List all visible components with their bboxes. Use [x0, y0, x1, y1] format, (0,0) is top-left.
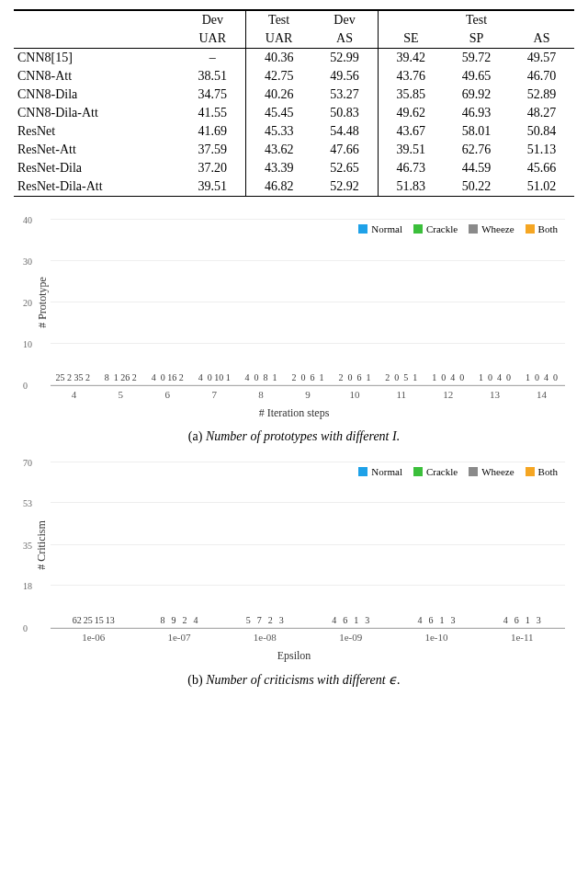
cell: 41.55 [180, 104, 246, 122]
legend-label: Wheeze [481, 223, 514, 234]
cell: 46.82 [245, 177, 311, 197]
cell: 45.66 [509, 159, 574, 177]
legend-swatch [526, 467, 535, 476]
bar-value-label: 9 [171, 615, 175, 625]
bar-value-label: 8 [105, 372, 109, 382]
legend-swatch [526, 224, 535, 234]
x-tick: 6 [144, 385, 191, 400]
x-tick: 5 [97, 385, 144, 400]
cell: 52.99 [311, 49, 378, 68]
cell: – [180, 49, 246, 68]
bar-value-label: 2 [268, 615, 273, 625]
legend: NormalCrackleWheezeBoth [355, 222, 561, 236]
row-name: CNN8-Dila-Att [14, 104, 180, 122]
x-tick: 10 [331, 385, 378, 400]
bar-value-label: 4 [152, 372, 156, 382]
x-tick: 1e-11 [480, 628, 565, 643]
x-axis-label: Epsilon [14, 649, 574, 663]
x-axis-label: # Iteration steps [14, 406, 574, 420]
legend-swatch [358, 467, 368, 476]
bar-value-label: 4 [450, 372, 455, 382]
cell: 46.73 [378, 159, 444, 177]
cell: 40.36 [245, 49, 311, 68]
cell: 49.62 [378, 104, 444, 122]
y-axis-label: # Prototype [36, 277, 50, 328]
cell: 53.27 [311, 86, 378, 104]
bar-value-label: 2 [182, 615, 187, 625]
bar-value-label: 1 [319, 372, 323, 382]
x-tick: 1e-10 [393, 628, 479, 643]
chart-caption: (a) Number of prototypes with different … [14, 429, 574, 444]
cell: 45.45 [245, 104, 311, 122]
legend-label: Normal [371, 466, 402, 477]
bar-value-label: 2 [385, 372, 390, 382]
table-row: CNN8-Att 38.51 42.75 49.56 43.76 49.65 4… [14, 67, 574, 86]
bar-value-label: 0 [441, 372, 446, 382]
x-tick: 11 [378, 385, 424, 400]
bar-value-label: 0 [300, 372, 305, 382]
chart: # Criticism018355370NormalCrackleWheezeB… [14, 462, 574, 688]
cell: 51.83 [378, 177, 444, 197]
legend-swatch [469, 224, 478, 234]
cell: 42.75 [245, 67, 311, 86]
cell: 39.51 [378, 141, 444, 159]
cell: 52.92 [311, 177, 378, 197]
x-tick: 1e-09 [308, 628, 393, 643]
bar-value-label: 0 [347, 372, 352, 382]
table-row: CNN8[15] – 40.36 52.99 39.42 59.72 49.57 [14, 49, 574, 68]
y-tick: 70 [23, 458, 32, 468]
bar-value-label: 1 [366, 372, 370, 382]
legend-swatch [358, 224, 368, 234]
cell: 54.48 [311, 122, 378, 141]
y-tick: 35 [23, 541, 32, 551]
bar-value-label: 0 [535, 372, 539, 382]
bar-value-label: 13 [106, 615, 115, 625]
bar-value-label: 6 [343, 615, 347, 625]
bar-value-label: 4 [544, 372, 548, 382]
y-axis-label: # Criticism [35, 520, 49, 570]
legend-item: Crackle [413, 466, 458, 477]
legend-item: Wheeze [469, 223, 514, 234]
bar-value-label: 1 [479, 372, 483, 382]
legend-swatch [413, 467, 423, 476]
x-tick: 4 [51, 385, 97, 400]
bar-value-label: 1 [526, 372, 530, 382]
chart: # Prototype010203040NormalCrackleWheezeB… [14, 220, 574, 444]
y-tick: 0 [23, 381, 28, 391]
bar-value-label: 3 [365, 615, 369, 625]
bar-value-label: 6 [310, 372, 314, 382]
bar-value-label: 0 [553, 372, 558, 382]
x-tick: 13 [471, 385, 518, 400]
bar-value-label: 1 [526, 615, 530, 625]
cell: 45.33 [245, 122, 311, 141]
y-tick: 18 [23, 580, 32, 590]
cell: 39.42 [378, 49, 444, 68]
table-row: ResNet-Dila 37.20 43.39 52.65 46.73 44.5… [14, 159, 574, 177]
cell: 49.56 [311, 67, 378, 86]
cell: 69.92 [444, 86, 509, 104]
table-row: CNN8-Dila 34.75 40.26 53.27 35.85 69.92 … [14, 86, 574, 104]
cell: 52.65 [311, 159, 378, 177]
cell: 50.22 [444, 177, 509, 197]
bar-value-label: 6 [428, 615, 433, 625]
row-name: CNN8[15] [14, 49, 180, 68]
bar-value-label: 5 [403, 372, 408, 382]
bar-value-label: 3 [537, 615, 541, 625]
bar-value-label: 1 [432, 372, 436, 382]
x-tick: 1e-06 [51, 628, 136, 643]
table-row: ResNet-Att 37.59 43.62 47.66 39.51 62.76… [14, 141, 574, 159]
bar-value-label: 7 [257, 615, 262, 625]
bar-value-label: 0 [488, 372, 492, 382]
cell: 62.76 [444, 141, 509, 159]
x-tick: 7 [191, 385, 238, 400]
bar-value-label: 4 [245, 372, 250, 382]
cell: 52.89 [509, 86, 574, 104]
row-name: CNN8-Att [14, 67, 180, 86]
bar-value-label: 1 [226, 372, 231, 382]
bar-value-label: 2 [132, 372, 137, 382]
cell: 50.83 [311, 104, 378, 122]
cell: 43.76 [378, 67, 444, 86]
cell: 48.27 [509, 104, 574, 122]
bar-value-label: 4 [193, 615, 198, 625]
cell: 41.69 [180, 122, 246, 141]
